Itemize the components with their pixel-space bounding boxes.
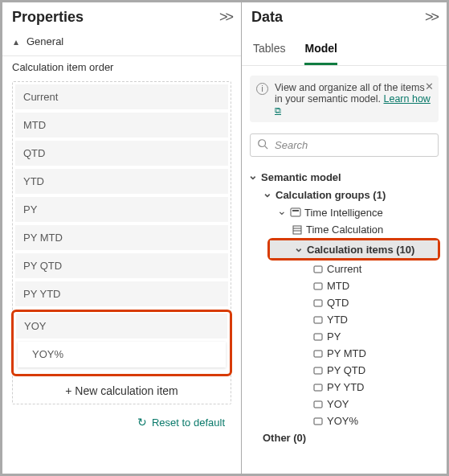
item-icon: [312, 265, 324, 274]
new-calculation-item-button[interactable]: + New calculation item: [13, 376, 231, 404]
order-item[interactable]: PY YTD: [15, 281, 228, 307]
item-icon: [312, 416, 324, 426]
model-tree: Semantic model Calculation groups (1) Ti…: [245, 168, 445, 446]
order-item[interactable]: PY: [15, 197, 228, 223]
chevron-up-icon: ▴: [14, 36, 18, 47]
info-text-wrap: View and organize all of the items in yo…: [275, 82, 432, 116]
tabs: Tables Model: [242, 35, 447, 66]
order-item-editing[interactable]: YOY%: [18, 342, 226, 367]
item-icon: [312, 315, 324, 325]
svg-rect-9: [314, 300, 322, 306]
svg-rect-8: [314, 283, 322, 289]
svg-rect-2: [291, 208, 300, 216]
info-banner: i View and organize all of the items in …: [250, 76, 439, 122]
svg-point-0: [259, 140, 266, 147]
order-label: Calculation item order: [2, 56, 241, 78]
chevron-down-icon: [263, 188, 272, 201]
tree-item[interactable]: PY MTD: [245, 345, 445, 362]
tree-item[interactable]: PY: [245, 328, 445, 345]
column-icon: [292, 225, 303, 235]
tree-node-time-intelligence[interactable]: Time Intelligence: [245, 203, 445, 221]
tree-item[interactable]: YOY%: [245, 412, 445, 429]
reset-to-default-button[interactable]: ↻ Reset to default: [2, 408, 241, 429]
data-pane: Data >> Tables Model i View and organize…: [242, 2, 447, 474]
tree-item[interactable]: Current: [245, 261, 445, 277]
svg-rect-15: [314, 401, 322, 408]
general-label: General: [27, 35, 63, 47]
item-icon: [312, 383, 324, 392]
external-link-icon: ⧉: [275, 105, 281, 115]
tab-tables[interactable]: Tables: [253, 35, 285, 65]
search-icon: [257, 138, 268, 152]
tree-node-time-calculation[interactable]: Time Calculation: [245, 221, 445, 238]
item-icon: [312, 298, 324, 308]
tree-item[interactable]: PY QTD: [245, 362, 445, 379]
svg-line-1: [265, 146, 268, 150]
item-icon: [312, 349, 324, 359]
tab-model[interactable]: Model: [304, 35, 337, 65]
tree-node-other[interactable]: Other (0): [245, 429, 445, 446]
tree-item[interactable]: QTD: [245, 294, 445, 311]
chevron-down-icon: [277, 206, 287, 219]
chevron-down-icon: [248, 170, 258, 183]
reset-label: Reset to default: [152, 416, 225, 429]
reset-icon: ↻: [137, 416, 147, 429]
order-item[interactable]: QTD: [15, 141, 228, 166]
svg-rect-13: [314, 367, 322, 374]
item-icon: [312, 366, 324, 375]
order-item[interactable]: PY MTD: [15, 225, 228, 251]
tree-node-calc-groups[interactable]: Calculation groups (1): [245, 186, 445, 203]
svg-rect-3: [292, 210, 299, 211]
svg-rect-11: [314, 334, 322, 340]
item-icon: [312, 400, 324, 409]
order-item[interactable]: YOY: [16, 314, 227, 339]
order-item[interactable]: PY QTD: [15, 253, 228, 279]
calculation-order-list: Current MTD QTD YTD PY PY MTD PY QTD PY …: [12, 81, 231, 404]
item-icon: [312, 332, 324, 342]
properties-pane: Properties >> ▴ General Calculation item…: [2, 2, 242, 474]
tree-node-calc-items[interactable]: Calculation items (10): [270, 240, 438, 258]
search-input[interactable]: Search: [250, 133, 439, 157]
properties-title: Properties: [12, 9, 84, 26]
collapse-icon[interactable]: >>: [425, 9, 437, 26]
order-item[interactable]: YTD: [15, 169, 228, 195]
order-item[interactable]: Current: [15, 84, 228, 110]
general-section-toggle[interactable]: ▴ General: [2, 27, 241, 56]
tree-item[interactable]: YOY: [245, 396, 445, 412]
highlight-box: Calculation items (10): [267, 238, 440, 261]
tree-item[interactable]: YTD: [245, 311, 445, 328]
tree-item[interactable]: PY YTD: [245, 379, 445, 396]
collapse-icon[interactable]: >>: [219, 9, 231, 26]
info-icon: i: [256, 83, 268, 95]
close-icon[interactable]: ✕: [425, 80, 434, 92]
data-header: Data >>: [242, 2, 447, 27]
svg-rect-12: [314, 351, 322, 357]
search-placeholder: Search: [275, 139, 308, 151]
tree-item[interactable]: MTD: [245, 277, 445, 294]
order-item[interactable]: MTD: [15, 113, 228, 138]
properties-header: Properties >>: [2, 2, 241, 27]
item-icon: [312, 281, 324, 291]
svg-rect-4: [293, 226, 301, 234]
group-icon: [290, 207, 301, 217]
svg-rect-10: [314, 317, 322, 323]
svg-rect-16: [314, 418, 322, 425]
tree-node-semantic-model[interactable]: Semantic model: [245, 168, 445, 186]
svg-rect-7: [314, 266, 322, 273]
svg-rect-14: [314, 384, 322, 391]
highlight-box: YOY YOY%: [11, 310, 232, 376]
chevron-down-icon: [294, 243, 304, 256]
data-title: Data: [251, 9, 283, 26]
